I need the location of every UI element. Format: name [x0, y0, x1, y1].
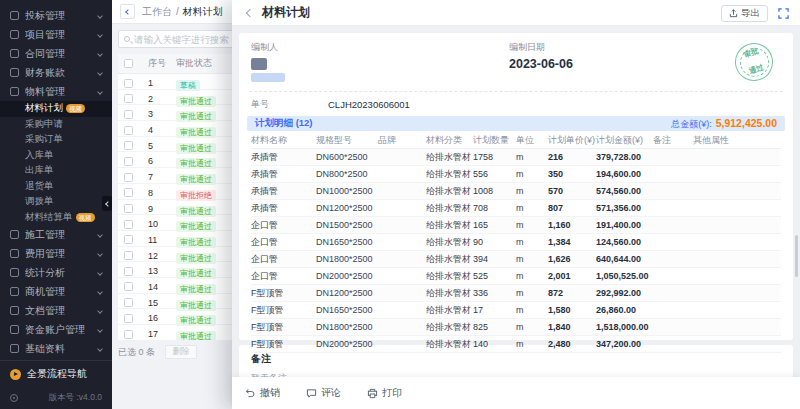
section-title: 计划明细 (12)	[255, 117, 313, 130]
export-button[interactable]: 导出	[721, 5, 768, 22]
material-row[interactable]: 企口管 DN2000*2500 给排水管材 525 m 2,001 1,050,…	[251, 268, 781, 285]
sidebar-subitem[interactable]: 材料结算单 视频	[0, 210, 112, 226]
breadcrumb-root[interactable]: 工作台	[142, 5, 172, 19]
unit-price: 1,160	[548, 220, 596, 230]
unit: m	[516, 152, 548, 162]
unit-price: 1,840	[548, 322, 596, 332]
column-header-seq: 序号	[148, 57, 176, 70]
row-checkbox[interactable]	[124, 188, 133, 197]
drawer-back-button[interactable]	[242, 6, 256, 20]
sidebar-item[interactable]: 投标管理	[0, 6, 112, 25]
undo-button[interactable]: 撤销	[245, 386, 280, 400]
material-row[interactable]: 企口管 DN1800*2500 给排水管材 394 m 1,626 640,64…	[251, 251, 781, 268]
sidebar-item[interactable]: 基础资料	[0, 339, 112, 358]
row-checkbox[interactable]	[124, 267, 133, 276]
material-spec: DN1500*2500	[316, 220, 378, 230]
materials-table: 材料名称 规格型号 品牌 材料分类 计划数量 单位 计划单价(¥) 计划金额(¥…	[251, 133, 781, 353]
date-block: 编制日期 2023-06-06	[509, 41, 573, 71]
unit: m	[516, 203, 548, 213]
chevron-left-icon	[125, 9, 131, 15]
video-badge: 视频	[76, 213, 95, 222]
menu-module-icon	[10, 87, 19, 96]
unit: m	[516, 288, 548, 298]
material-row[interactable]: 承插管 DN1000*2500 给排水管材 1008 m 570 574,560…	[251, 183, 781, 200]
sidebar-item[interactable]: 文档管理	[0, 301, 112, 320]
sidebar-collapse-handle[interactable]	[102, 196, 112, 211]
material-row[interactable]: F型顶管 DN1800*2500 给排水管材 825 m 1,840 1,518…	[251, 319, 781, 336]
material-row[interactable]: F型顶管 DN2000*2500 给排水管材 140 m 2,480 347,2…	[251, 336, 781, 353]
row-checkbox[interactable]	[124, 157, 133, 166]
row-checkbox[interactable]	[124, 110, 133, 119]
sidebar-item[interactable]: 物料管理	[0, 82, 112, 101]
print-icon	[367, 388, 378, 399]
sidebar-subitem[interactable]: 调拨单	[0, 194, 112, 210]
sidebar-item[interactable]: 项目管理	[0, 25, 112, 44]
row-checkbox[interactable]	[124, 94, 133, 103]
print-button[interactable]: 打印	[367, 386, 402, 400]
chevron-down-icon	[97, 232, 103, 238]
material-row[interactable]: 承插管 DN1200*2500 给排水管材 708 m 807 571,356.…	[251, 200, 781, 217]
material-row[interactable]: 承插管 DN800*2500 给排水管材 556 m 350 194,600.0…	[251, 166, 781, 183]
row-checkbox[interactable]	[124, 314, 133, 323]
sidebar-item[interactable]: 资金账户管理	[0, 320, 112, 339]
sidebar-subitem[interactable]: 入库单	[0, 148, 112, 164]
fullscreen-icon[interactable]	[776, 6, 790, 20]
select-all-checkbox[interactable]	[124, 59, 133, 68]
row-checkbox[interactable]	[124, 235, 133, 244]
gear-icon[interactable]	[10, 394, 18, 402]
sidebar-item[interactable]: 统计分析	[0, 263, 112, 282]
unit: m	[516, 322, 548, 332]
material-row[interactable]: F型顶管 DN1200*2500 给排水管材 336 m 872 292,992…	[251, 285, 781, 302]
detail-drawer: 材料计划 导出 编制人	[232, 0, 800, 409]
chevron-down-icon	[97, 32, 103, 38]
amount: 26,860.00	[596, 305, 653, 315]
material-row[interactable]: 承插管 DN600*2500 给排水管材 1758 m 216 379,728.…	[251, 149, 781, 166]
sidebar-subitem[interactable]: 采购订单	[0, 132, 112, 148]
row-checkbox[interactable]	[124, 204, 133, 213]
material-row[interactable]: 企口管 DN1650*2500 给排水管材 90 m 1,384 124,560…	[251, 234, 781, 251]
material-spec: DN1800*2500	[316, 322, 378, 332]
sidebar-item[interactable]: 施工管理	[0, 225, 112, 244]
amount: 292,992.00	[596, 288, 653, 298]
material-row[interactable]: F型顶管 DN1650*2500 给排水管材 17 m 1,580 26,860…	[251, 302, 781, 319]
process-nav-label: 全景流程导航	[27, 367, 87, 381]
back-button[interactable]	[120, 4, 135, 19]
material-category: 给排水管材	[426, 202, 473, 215]
unit-price: 807	[548, 203, 596, 213]
amount: 124,560.00	[596, 237, 653, 247]
row-checkbox[interactable]	[124, 282, 133, 291]
notes-label: 备注	[251, 352, 781, 366]
sidebar-item[interactable]: 费用管理	[0, 244, 112, 263]
material-category: 给排水管材	[426, 185, 473, 198]
row-checkbox[interactable]	[124, 330, 133, 339]
comment-icon	[306, 388, 317, 399]
row-checkbox[interactable]	[124, 79, 133, 88]
sidebar-subitem[interactable]: 材料计划 视频	[0, 101, 112, 117]
row-checkbox[interactable]	[124, 141, 133, 150]
plan-qty: 708	[473, 203, 516, 213]
sidebar-item[interactable]: 合同管理	[0, 44, 112, 63]
row-checkbox[interactable]	[124, 173, 133, 182]
sidebar-subitem[interactable]: 出库单	[0, 163, 112, 179]
sidebar-item[interactable]: 财务账款	[0, 63, 112, 82]
plan-qty: 1008	[473, 186, 516, 196]
row-checkbox[interactable]	[124, 220, 133, 229]
amount: 574,560.00	[596, 186, 653, 196]
row-checkbox[interactable]	[124, 126, 133, 135]
scrollbar-thumb[interactable]	[795, 235, 798, 277]
batch-delete-button[interactable]: 删除	[165, 345, 197, 359]
breadcrumb-separator: /	[176, 6, 179, 17]
material-spec: DN1650*2500	[316, 237, 378, 247]
process-nav-button[interactable]: 全景流程导航	[0, 361, 112, 387]
row-checkbox[interactable]	[124, 251, 133, 260]
comment-button[interactable]: 评论	[306, 386, 341, 400]
creator-name-redacted	[251, 73, 285, 82]
row-checkbox[interactable]	[124, 298, 133, 307]
sidebar-subitem[interactable]: 退货单	[0, 179, 112, 195]
material-name: 企口管	[251, 253, 316, 266]
menu-module-icon	[10, 11, 19, 20]
sidebar-subitem[interactable]: 采购申请	[0, 117, 112, 133]
material-row[interactable]: 企口管 DN1500*2500 给排水管材 165 m 1,160 191,40…	[251, 217, 781, 234]
plan-qty: 1758	[473, 152, 516, 162]
sidebar-item[interactable]: 商机管理	[0, 282, 112, 301]
